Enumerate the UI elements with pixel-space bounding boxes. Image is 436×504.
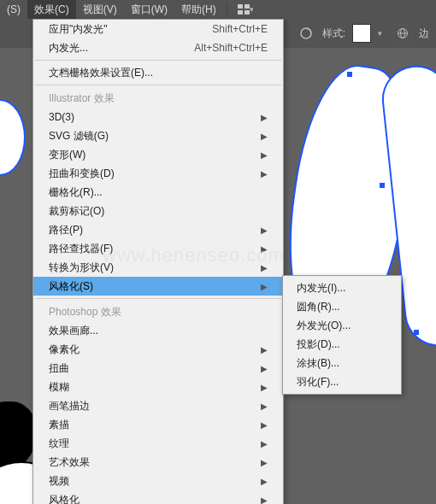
menubar-item-prev[interactable]: (S) bbox=[0, 0, 27, 19]
menu-item[interactable]: 模糊▶ bbox=[33, 378, 283, 396]
chevron-right-icon: ▶ bbox=[261, 282, 268, 291]
menu-label: 转换为形状(V) bbox=[49, 261, 114, 275]
menu-label: 纹理 bbox=[49, 437, 69, 451]
menu-section-photoshop: Photoshop 效果 bbox=[33, 302, 283, 321]
menu-item[interactable]: 纹理▶ bbox=[33, 434, 283, 453]
menu-item[interactable]: 变形(W)▶ bbox=[33, 145, 283, 164]
menu-item[interactable]: 像素化▶ bbox=[33, 340, 283, 359]
grid-icon bbox=[238, 3, 250, 15]
menu-label: 圆角(R)... bbox=[297, 300, 340, 314]
chevron-right-icon: ▶ bbox=[261, 169, 268, 179]
chevron-right-icon: ▶ bbox=[261, 244, 268, 254]
menu-shortcut: Shift+Ctrl+E bbox=[212, 23, 268, 35]
chevron-right-icon: ▶ bbox=[261, 132, 268, 141]
menu-item[interactable]: 路径(P)▶ bbox=[33, 220, 283, 239]
menu-item[interactable]: 栅格化(R)... bbox=[33, 183, 283, 202]
submenu-item[interactable]: 羽化(F)... bbox=[283, 372, 401, 391]
divider bbox=[35, 298, 281, 299]
submenu-item[interactable]: 投影(D)... bbox=[283, 335, 401, 354]
menubar-label: (S) bbox=[7, 3, 21, 15]
menubar-item-view[interactable]: 视图(V) bbox=[76, 0, 124, 19]
recolor-icon[interactable] bbox=[297, 24, 315, 43]
menu-item[interactable]: 艺术效果▶ bbox=[33, 453, 283, 472]
anchor-point[interactable] bbox=[414, 330, 419, 335]
menu-label: 外发光(O)... bbox=[297, 319, 351, 333]
style-swatch[interactable] bbox=[352, 24, 371, 43]
menu-item[interactable]: 扭曲和变换(D)▶ bbox=[33, 164, 283, 183]
menu-label: 艺术效果 bbox=[49, 455, 90, 470]
chevron-right-icon: ▶ bbox=[261, 495, 268, 505]
svg-rect-0 bbox=[238, 4, 243, 9]
effects-menu: 应用"内发光" Shift+Ctrl+E 内发光... Alt+Shift+Ct… bbox=[32, 19, 284, 504]
chevron-right-icon: ▶ bbox=[261, 477, 268, 486]
menu-item[interactable]: 风格化(S)▶ bbox=[33, 277, 283, 296]
menu-item-apply-last[interactable]: 应用"内发光" Shift+Ctrl+E bbox=[33, 20, 283, 38]
menu-label: 裁剪标记(O) bbox=[49, 204, 104, 219]
menu-item[interactable]: 转换为形状(V)▶ bbox=[33, 258, 283, 277]
menu-label: 视频 bbox=[49, 474, 69, 489]
menu-label: 应用"内发光" bbox=[49, 22, 108, 37]
menu-item[interactable]: 路径查找器(F)▶ bbox=[33, 239, 283, 258]
menu-label: 风格化(S) bbox=[49, 279, 93, 294]
menu-label: SVG 滤镜(G) bbox=[49, 129, 109, 144]
menu-label: 涂抹(B)... bbox=[297, 356, 339, 371]
menu-label: 画笔描边 bbox=[49, 399, 90, 413]
menubar-item-window[interactable]: 窗口(W) bbox=[124, 0, 174, 19]
menubar-item-effects[interactable]: 效果(C) bbox=[27, 0, 76, 19]
menu-label: 风格化 bbox=[49, 493, 80, 505]
chevron-right-icon: ▶ bbox=[261, 420, 268, 430]
menu-item-raster-settings[interactable]: 文档栅格效果设置(E)... bbox=[33, 63, 283, 82]
stylize-submenu: 内发光(I)...圆角(R)...外发光(O)...投影(D)...涂抹(B).… bbox=[282, 275, 402, 395]
menubar-label: 效果(C) bbox=[34, 3, 69, 17]
menu-label: 效果画廊... bbox=[49, 324, 98, 338]
menu-item[interactable]: SVG 滤镜(G)▶ bbox=[33, 126, 283, 145]
menu-label: 羽化(F)... bbox=[297, 375, 339, 390]
submenu-item[interactable]: 外发光(O)... bbox=[283, 316, 401, 335]
globe-icon[interactable] bbox=[393, 24, 412, 43]
menu-item[interactable]: 效果画廊... bbox=[33, 321, 283, 340]
chevron-right-icon: ▶ bbox=[261, 364, 268, 373]
advanced-label: 边 bbox=[419, 26, 429, 41]
menu-label: 投影(D)... bbox=[297, 337, 340, 352]
chevron-right-icon: ▶ bbox=[261, 263, 268, 273]
options-bar: 样式: ▾ 边 bbox=[290, 19, 436, 48]
chevron-right-icon: ▶ bbox=[261, 458, 268, 467]
vector-shape[interactable] bbox=[0, 99, 26, 176]
divider bbox=[35, 60, 281, 61]
menubar-label: 窗口(W) bbox=[131, 3, 168, 17]
menu-label: 路径(P) bbox=[49, 223, 83, 237]
chevron-right-icon: ▶ bbox=[261, 345, 268, 355]
menubar-label: 帮助(H) bbox=[181, 3, 216, 17]
style-label: 样式: bbox=[322, 26, 345, 41]
menu-label: 像素化 bbox=[49, 343, 80, 357]
chevron-right-icon: ▶ bbox=[261, 383, 268, 392]
menubar-item-help[interactable]: 帮助(H) bbox=[174, 0, 223, 19]
menu-item[interactable]: 风格化▶ bbox=[33, 490, 283, 504]
menu-item[interactable]: 视频▶ bbox=[33, 472, 283, 490]
divider bbox=[35, 85, 281, 85]
menubar-label: 视图(V) bbox=[83, 3, 117, 17]
submenu-item[interactable]: 涂抹(B)... bbox=[283, 354, 401, 372]
menu-item[interactable]: 素描▶ bbox=[33, 415, 283, 434]
menu-label: 素描 bbox=[49, 418, 69, 432]
chevron-right-icon: ▶ bbox=[261, 113, 268, 122]
menu-item[interactable]: 裁剪标记(O) bbox=[33, 202, 283, 220]
chevron-down-icon: ▾ bbox=[250, 5, 258, 14]
menubar-layout-icon[interactable]: ▾ bbox=[231, 0, 265, 19]
menu-item[interactable]: 3D(3)▶ bbox=[33, 108, 283, 126]
chevron-right-icon: ▶ bbox=[261, 150, 268, 160]
anchor-point[interactable] bbox=[347, 72, 352, 77]
menu-section-illustrator: Illustrator 效果 bbox=[33, 88, 283, 108]
submenu-item[interactable]: 圆角(R)... bbox=[283, 297, 401, 316]
vector-shape[interactable] bbox=[0, 401, 36, 470]
menu-label: 内发光(I)... bbox=[297, 281, 345, 296]
submenu-item[interactable]: 内发光(I)... bbox=[283, 278, 401, 297]
anchor-point[interactable] bbox=[380, 183, 385, 188]
menu-item[interactable]: 画笔描边▶ bbox=[33, 396, 283, 415]
menu-item-inner-glow[interactable]: 内发光... Alt+Shift+Ctrl+E bbox=[33, 38, 283, 57]
chevron-down-icon[interactable]: ▾ bbox=[378, 29, 386, 38]
svg-rect-2 bbox=[238, 10, 243, 15]
menubar: (S) 效果(C) 视图(V) 窗口(W) 帮助(H) ▾ bbox=[0, 0, 436, 19]
chevron-right-icon: ▶ bbox=[261, 226, 268, 235]
menu-item[interactable]: 扭曲▶ bbox=[33, 359, 283, 378]
